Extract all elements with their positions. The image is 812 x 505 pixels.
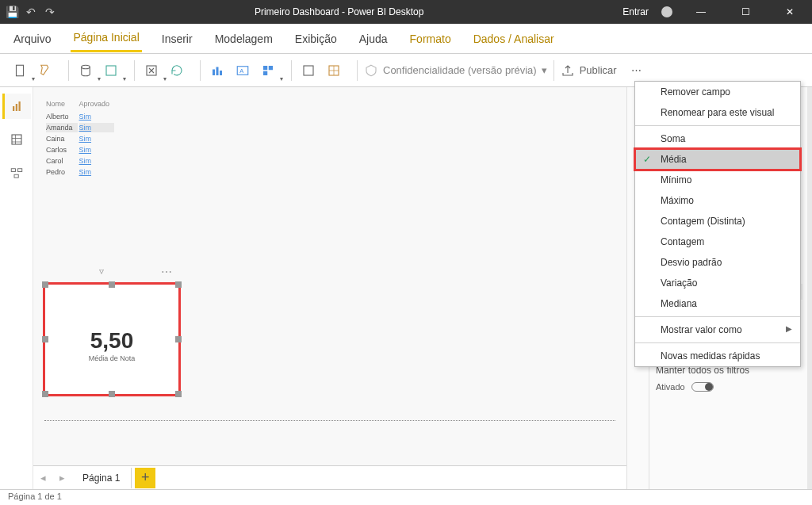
undo-icon[interactable]: ↶ <box>25 6 36 17</box>
card-label: Média de Nota <box>45 354 178 362</box>
aggregate-context-menu: Remover campo Renomear para este visual … <box>634 81 801 367</box>
new-visual-button[interactable] <box>207 60 228 81</box>
svg-rect-0 <box>17 65 24 76</box>
ctx-minimo[interactable]: Mínimo <box>635 170 800 190</box>
svg-rect-11 <box>263 71 267 75</box>
svg-rect-19 <box>17 169 21 172</box>
visual-options-icon[interactable]: ⋯ <box>161 266 174 278</box>
ctx-remover-campo[interactable]: Remover campo <box>635 82 800 102</box>
ctx-desvio[interactable]: Desvio padrão <box>635 252 800 273</box>
add-page-button[interactable]: + <box>135 468 155 488</box>
ctx-contagem-distinta[interactable]: Contagem (Distinta) <box>635 211 800 231</box>
table-row[interactable]: CarolSim <box>46 156 114 166</box>
svg-text:A: A <box>239 67 243 75</box>
maximize-icon[interactable]: ☐ <box>730 0 761 24</box>
report-view-button[interactable] <box>2 94 31 119</box>
view-switcher <box>0 87 33 489</box>
ctx-media[interactable]: ✓Média <box>635 149 800 170</box>
text-box-button[interactable]: A <box>232 60 253 81</box>
tab-formato[interactable]: Formato <box>408 26 454 52</box>
resize-handle[interactable] <box>175 391 182 397</box>
svg-rect-15 <box>16 104 17 111</box>
svg-rect-9 <box>263 66 267 70</box>
resize-handle[interactable] <box>42 281 48 288</box>
svg-rect-16 <box>19 101 21 111</box>
window-title: Primeiro Dashboard - Power BI Desktop <box>56 6 622 17</box>
quick-measure-button[interactable] <box>324 60 344 81</box>
data-view-button[interactable] <box>2 127 31 152</box>
table-row[interactable]: CarlosSim <box>46 145 114 155</box>
ctx-novas-medidas[interactable]: Novas medidas rápidas <box>635 346 800 366</box>
minimize-icon[interactable]: — <box>685 0 717 24</box>
ctx-variacao[interactable]: Variação <box>635 273 800 293</box>
user-avatar-icon[interactable] <box>661 6 672 17</box>
svg-rect-5 <box>216 67 219 75</box>
titlebar: 💾 ↶ ↷ Primeiro Dashboard - Power BI Desk… <box>0 0 812 24</box>
svg-rect-17 <box>12 135 21 144</box>
scrollbar[interactable] <box>807 87 812 489</box>
format-painter-button[interactable] <box>35 60 56 81</box>
ctx-soma[interactable]: Soma <box>635 128 800 149</box>
paste-button[interactable] <box>10 60 30 81</box>
resize-handle[interactable] <box>42 391 48 397</box>
table-row[interactable]: PedroSim <box>46 167 114 177</box>
table-row[interactable]: CainaSim <box>46 134 114 143</box>
page-status: Página 1 de 1 <box>8 492 62 501</box>
card-value: 5,50 <box>45 328 178 354</box>
svg-point-1 <box>82 65 90 69</box>
close-icon[interactable]: ✕ <box>774 0 806 24</box>
resize-handle[interactable] <box>109 391 115 397</box>
resize-handle[interactable] <box>109 281 115 288</box>
svg-rect-12 <box>304 66 313 75</box>
card-visual[interactable]: ▿ ⋯ 5,50 Média de Nota <box>44 284 179 395</box>
prev-page-button[interactable]: ◂ <box>33 472 52 484</box>
resize-handle[interactable] <box>175 281 182 288</box>
signin-button[interactable]: Entrar <box>622 6 649 17</box>
filter-icon[interactable]: ▿ <box>99 266 104 277</box>
svg-rect-18 <box>11 169 15 172</box>
ctx-renomear[interactable]: Renomear para este visual <box>635 102 800 123</box>
table-row[interactable]: AlbertoSim <box>46 112 114 121</box>
ctx-mostrar-valor[interactable]: Mostrar valor como▶ <box>635 319 800 340</box>
get-data-button[interactable] <box>75 60 96 81</box>
more-visuals-button[interactable] <box>258 60 278 81</box>
publish-button[interactable]: Publicar <box>561 63 617 78</box>
page-tab-1[interactable]: Página 1 <box>71 468 132 488</box>
ctx-mediana[interactable]: Mediana <box>635 293 800 314</box>
svg-rect-14 <box>13 106 14 111</box>
ribbon-tabs: Arquivo Página Inicial Inserir Modelagem… <box>0 24 812 54</box>
excel-button[interactable] <box>101 60 121 81</box>
save-icon[interactable]: 💾 <box>6 6 17 17</box>
model-view-button[interactable] <box>2 160 31 186</box>
table-row[interactable]: AmandaSim <box>46 123 114 132</box>
refresh-button[interactable] <box>167 60 187 81</box>
report-canvas[interactable]: Nome Aprovado AlbertoSimAmandaSimCainaSi… <box>33 87 626 489</box>
redo-icon[interactable]: ↷ <box>44 6 56 17</box>
svg-rect-20 <box>14 174 18 178</box>
tab-modelagem[interactable]: Modelagem <box>213 26 275 52</box>
tab-ajuda[interactable]: Ajuda <box>357 26 390 52</box>
tab-dados-analisar[interactable]: Dados / Analisar <box>471 26 557 52</box>
tab-pagina-inicial[interactable]: Página Inicial <box>71 25 141 52</box>
sensitivity-button[interactable]: Confidencialidade (versão prévia) ▾ <box>364 63 547 78</box>
svg-rect-2 <box>106 66 116 75</box>
page-boundary <box>44 420 615 421</box>
submenu-arrow-icon: ▶ <box>786 324 792 333</box>
statusbar: Página 1 de 1 <box>0 489 812 505</box>
keep-filters-toggle[interactable] <box>691 382 714 392</box>
tab-exibicao[interactable]: Exibição <box>293 26 339 52</box>
page-tabs: ◂ ▸ Página 1 + <box>33 465 626 489</box>
table-visual[interactable]: Nome Aprovado AlbertoSimAmandaSimCainaSi… <box>44 98 116 178</box>
next-page-button[interactable]: ▸ <box>52 472 71 484</box>
tab-arquivo[interactable]: Arquivo <box>11 26 53 52</box>
new-measure-button[interactable] <box>298 60 319 81</box>
ctx-maximo[interactable]: Máximo <box>635 190 800 211</box>
ctx-contagem[interactable]: Contagem <box>635 231 800 252</box>
tab-inserir[interactable]: Inserir <box>159 26 195 52</box>
svg-rect-4 <box>213 69 215 75</box>
svg-rect-6 <box>220 71 222 75</box>
transform-button[interactable] <box>141 60 162 81</box>
toggle-on-label: Ativado <box>656 382 685 392</box>
svg-rect-10 <box>269 66 273 70</box>
overflow-button[interactable]: ⋯ <box>626 60 647 81</box>
